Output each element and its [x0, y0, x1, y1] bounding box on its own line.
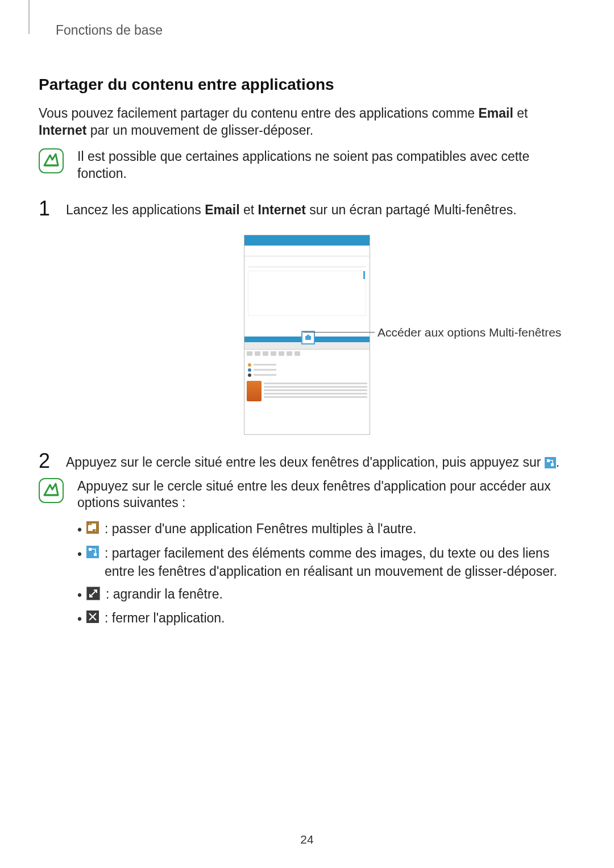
intro-pre: Vous pouvez facilement partager du conte…	[39, 106, 479, 121]
bullet-maximize-text: : agrandir la fenêtre.	[106, 585, 575, 603]
compatibility-note-text: Il est possible que certaines applicatio…	[77, 148, 575, 182]
intro-mid: et	[513, 106, 528, 121]
bullet-dot: •	[77, 610, 81, 628]
step2-post: .	[556, 455, 559, 470]
svg-rect-2	[547, 459, 550, 462]
content-text-lines	[264, 381, 367, 401]
note-icon	[39, 148, 64, 173]
share-icon	[545, 457, 556, 468]
svg-rect-6	[92, 524, 96, 529]
intro-internet: Internet	[39, 123, 86, 138]
intro-email: Email	[479, 106, 513, 121]
step-2: 2 Appuyez sur le cercle situé entre les …	[39, 451, 575, 471]
bullet-close: • : fermer l'application.	[77, 609, 575, 628]
bullet-swap-text: : passer d'une application Fenêtres mult…	[105, 520, 575, 538]
step1-post: sur un écran partagé Multi-fenêtres.	[306, 202, 517, 217]
bullet-swap: • : passer d'une application Fenêtres mu…	[77, 520, 575, 539]
close-icon	[86, 610, 99, 623]
bullet-dot: •	[77, 545, 81, 563]
browser-content	[244, 379, 370, 404]
svg-rect-8	[94, 553, 97, 556]
maximize-icon	[86, 587, 100, 600]
header-separator	[28, 0, 30, 34]
step1-mid: et	[240, 202, 258, 217]
email-to-row	[244, 249, 370, 256]
step1-email: Email	[205, 202, 239, 217]
intro-paragraph: Vous pouvez facilement partager du conte…	[39, 105, 575, 139]
section-title: Partager du contenu entre applications	[39, 76, 575, 94]
step1-pre: Lancez les applications	[66, 202, 205, 217]
multiwindow-handle	[301, 331, 315, 344]
options-note-text: Appuyez sur le cercle situé entre les de…	[77, 478, 575, 512]
note-icon	[39, 478, 64, 503]
options-note: Appuyez sur le cercle situé entre les de…	[39, 478, 575, 633]
email-titlebar	[244, 235, 370, 246]
bullet-maximize: • : agrandir la fenêtre.	[77, 585, 575, 604]
step-1-body: Lancez les applications Email et Interne…	[66, 202, 517, 219]
content-thumbnail	[247, 381, 262, 401]
svg-rect-4	[39, 479, 63, 502]
svg-rect-0	[39, 149, 63, 173]
swap-windows-icon	[86, 521, 99, 534]
intro-post: par un mouvement de glisser-déposer.	[86, 123, 313, 138]
device-screenshot: Accéder aux options Multi-fenêtres	[39, 235, 575, 435]
page-number: 24	[0, 833, 614, 846]
compatibility-note: Il est possible que certaines applicatio…	[39, 148, 575, 182]
email-body-area	[248, 271, 366, 316]
bullet-dot: •	[77, 521, 81, 539]
callout-leader-line	[303, 332, 375, 333]
step-2-number: 2	[39, 451, 55, 471]
bullet-dot: •	[77, 586, 81, 604]
step2-pre: Appuyez sur le cercle situé entre les de…	[66, 455, 545, 470]
bullet-close-text: : fermer l'application.	[105, 609, 575, 627]
callout-label: Accéder aux options Multi-fenêtres	[377, 326, 561, 339]
svg-rect-1	[305, 336, 311, 340]
step-2-body: Appuyez sur le cercle situé entre les de…	[66, 454, 559, 471]
step-1-number: 1	[39, 198, 55, 219]
drag-share-icon	[86, 546, 99, 558]
step1-internet: Internet	[258, 202, 306, 217]
bullet-share: • : partager facilement des éléments com…	[77, 544, 575, 580]
email-subject-row	[248, 261, 366, 267]
header-label: Fonctions de base	[56, 23, 575, 38]
multiwindow-divider	[244, 337, 370, 342]
options-bullet-list: • : passer d'une application Fenêtres mu…	[77, 520, 575, 628]
svg-rect-7	[89, 548, 92, 551]
step-1: 1 Lancez les applications Email et Inter…	[39, 198, 575, 219]
browser-tabs	[244, 350, 370, 361]
browser-sidebar	[244, 361, 370, 377]
device-frame	[244, 235, 370, 435]
bullet-share-text: : partager facilement des éléments comme…	[105, 544, 575, 580]
svg-rect-3	[551, 463, 554, 466]
